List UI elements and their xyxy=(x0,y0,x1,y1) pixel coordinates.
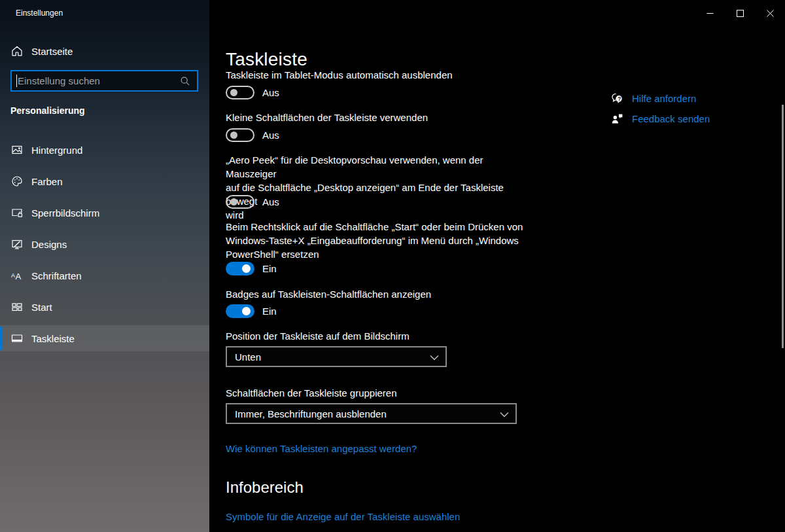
sidebar-item-label: Taskleiste xyxy=(31,333,75,344)
start-icon xyxy=(10,300,24,313)
dropdown-value: Unten xyxy=(235,351,261,363)
maximize-button[interactable] xyxy=(725,0,755,26)
text-caret xyxy=(16,75,17,87)
sidebar-item-label: Farben xyxy=(31,176,63,187)
toggle-row: Aus xyxy=(226,128,279,142)
colors-icon xyxy=(10,175,24,188)
settings-window: Einstellungen Startseite Personalisierun… xyxy=(0,0,785,532)
toggle-knob xyxy=(230,198,237,205)
window-controls xyxy=(695,0,785,26)
help-link-get-help[interactable]: ? Hilfe anfordern xyxy=(610,92,696,105)
themes-icon xyxy=(10,238,24,251)
setting-label: „Aero Peek“ für die Desktopvorschau verw… xyxy=(226,153,527,222)
toggle-tablet-mode-autohide[interactable] xyxy=(226,86,254,99)
toggle-row: Aus xyxy=(226,86,279,99)
sidebar-item-label: Hintergrund xyxy=(31,145,82,156)
fonts-icon: AA xyxy=(10,269,24,282)
page-title: Taskleiste xyxy=(226,49,307,70)
search-input[interactable] xyxy=(12,75,179,86)
link-how-customize-taskbars[interactable]: Wie können Taskleisten angepasst werden? xyxy=(226,443,417,454)
svg-text:A: A xyxy=(11,272,15,279)
sidebar-item-label: Schriftarten xyxy=(31,270,82,281)
toggle-state-label: Aus xyxy=(262,196,279,207)
search-box[interactable] xyxy=(10,70,198,92)
sidebar: Einstellungen Startseite Personalisierun… xyxy=(0,0,209,532)
sidebar-item-label: Startseite xyxy=(31,46,73,57)
toggle-state-label: Aus xyxy=(262,87,279,98)
setting-label: Kleine Schaltflächen der Taskleiste verw… xyxy=(226,111,428,124)
sidebar-item-start[interactable]: Start xyxy=(0,294,209,320)
toggle-row: Ein xyxy=(226,262,277,275)
toggle-row: Ein xyxy=(226,304,277,318)
background-icon xyxy=(10,143,24,156)
toggle-state-label: Ein xyxy=(262,263,277,274)
toggle-knob xyxy=(242,307,251,315)
toggle-knob xyxy=(230,132,237,139)
help-link-label: Feedback senden xyxy=(632,113,710,124)
toggle-small-taskbar-buttons[interactable] xyxy=(226,128,254,142)
dropdown-taskbar-position[interactable]: Unten xyxy=(226,346,447,367)
toggle-knob xyxy=(242,264,251,273)
chevron-down-icon xyxy=(430,351,439,363)
sidebar-item-hintergrund[interactable]: Hintergrund xyxy=(0,137,209,163)
toggle-row: Aus xyxy=(226,195,279,209)
setting-label: Taskleiste im Tablet-Modus automatisch a… xyxy=(226,68,453,82)
scrollbar[interactable] xyxy=(782,105,784,348)
help-link-label: Hilfe anfordern xyxy=(632,93,696,104)
dropdown-value: Immer, Beschriftungen ausblenden xyxy=(235,408,387,419)
link-select-notification-icons[interactable]: Symbole für die Anzeige auf der Taskleis… xyxy=(226,511,460,522)
toggle-state-label: Ein xyxy=(262,306,277,317)
close-button[interactable] xyxy=(755,0,785,26)
sidebar-item-farben[interactable]: Farben xyxy=(0,168,209,194)
setting-label: Beim Rechtsklick auf die Schaltfläche „S… xyxy=(226,220,523,261)
sidebar-item-label: Sperrbildschirm xyxy=(31,207,99,219)
svg-text:A: A xyxy=(16,272,22,281)
toggle-knob xyxy=(230,89,237,96)
sidebar-item-schriftarten[interactable]: AA Schriftarten xyxy=(0,262,209,289)
taskbar-icon xyxy=(10,332,24,345)
setting-label: Badges auf Taskleisten-Schaltflächen anz… xyxy=(226,287,431,301)
help-link-send-feedback[interactable]: Feedback senden xyxy=(610,112,710,126)
sidebar-item-sperrbildschirm[interactable]: Sperrbildschirm xyxy=(0,200,209,226)
sidebar-item-designs[interactable]: Designs xyxy=(0,231,209,257)
lockscreen-icon xyxy=(10,206,24,219)
chevron-down-icon xyxy=(500,408,509,419)
sidebar-item-label: Designs xyxy=(31,239,67,250)
home-icon xyxy=(10,44,24,58)
sidebar-section-title: Personalisierung xyxy=(10,105,85,116)
sidebar-item-startseite[interactable]: Startseite xyxy=(0,39,209,63)
section-title-infobereich: Infobereich xyxy=(226,478,304,497)
dropdown-taskbar-grouping[interactable]: Immer, Beschriftungen ausblenden xyxy=(226,403,517,424)
sidebar-item-taskleiste[interactable]: Taskleiste xyxy=(0,325,209,351)
search-icon[interactable] xyxy=(179,75,191,87)
setting-label: Schaltflächen der Taskleiste gruppieren xyxy=(226,386,397,400)
svg-text:?: ? xyxy=(618,96,621,102)
app-title: Einstellungen xyxy=(16,9,63,18)
toggle-aero-peek[interactable] xyxy=(226,195,254,209)
sidebar-item-label: Start xyxy=(31,302,52,313)
toggle-powershell-replace[interactable] xyxy=(226,262,254,275)
feedback-icon xyxy=(610,112,624,126)
setting-label: Position der Taskleiste auf dem Bildschi… xyxy=(226,329,410,343)
minimize-button[interactable] xyxy=(695,0,725,26)
get-help-icon: ? xyxy=(610,92,624,105)
toggle-state-label: Aus xyxy=(262,130,279,141)
toggle-taskbar-badges[interactable] xyxy=(226,304,254,318)
